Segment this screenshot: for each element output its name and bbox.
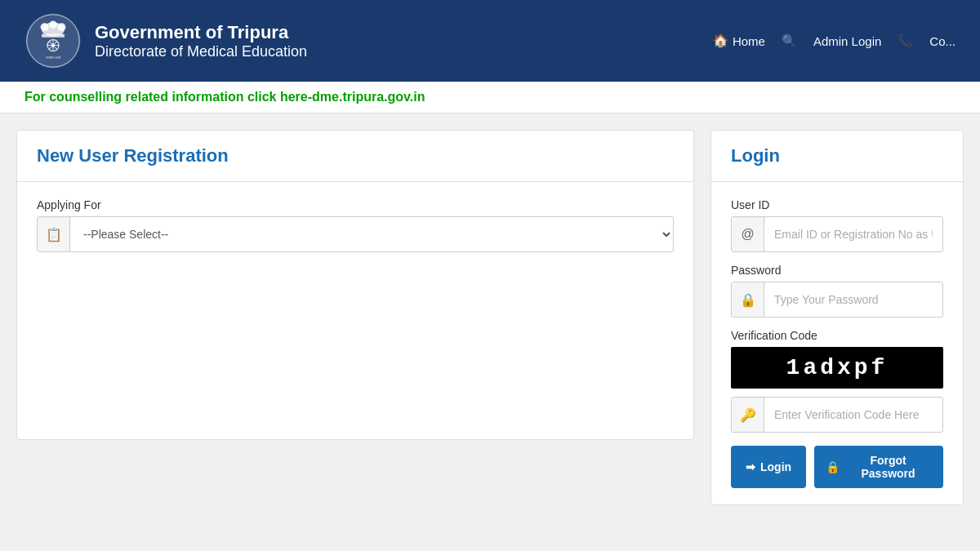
applying-for-input-group: 📋 --Please Select-- MBBS BDS MD/MS MDS D…	[37, 216, 674, 252]
header-text-block: Government of Tripura Directorate of Med…	[95, 22, 307, 60]
applying-for-label: Applying For	[37, 198, 674, 211]
verification-label: Verification Code	[731, 329, 943, 342]
svg-point-3	[41, 23, 49, 31]
at-icon: @	[732, 217, 764, 251]
contact-nav-link[interactable]: Co...	[929, 34, 956, 48]
login-button[interactable]: ➡ Login	[731, 446, 806, 488]
password-input[interactable]	[764, 285, 942, 314]
svg-point-4	[49, 21, 57, 29]
applying-for-select[interactable]: --Please Select-- MBBS BDS MD/MS MDS Dip…	[70, 219, 673, 250]
registration-panel: New User Registration Applying For 📋 --P…	[16, 130, 694, 440]
verification-group: Verification Code 1adxpf 🔑	[731, 329, 943, 433]
counselling-banner: For counselling related information clic…	[0, 82, 980, 113]
registration-title: New User Registration	[37, 145, 674, 167]
password-group: Password 🔒	[731, 264, 943, 318]
verification-input-group: 🔑	[731, 397, 943, 433]
applying-for-group: Applying For 📋 --Please Select-- MBBS BD…	[37, 198, 674, 252]
user-id-input-group: @	[731, 216, 943, 252]
login-panel: Login User ID @ Password 🔒 V	[710, 130, 964, 505]
key-icon: 🔑	[732, 398, 764, 432]
home-icon: 🏠	[713, 33, 728, 48]
password-label: Password	[731, 264, 943, 277]
document-icon: 📋	[38, 217, 70, 251]
captcha-image: 1adxpf	[731, 347, 943, 389]
lock-icon: 🔒	[732, 282, 764, 317]
nav-sep-1: 🔍	[782, 33, 797, 48]
login-button-row: ➡ Login 🔒 Forgot Password	[731, 446, 943, 488]
site-header: सत्यमेव जयते Government of Tripura Direc…	[0, 0, 980, 82]
password-input-group: 🔒	[731, 282, 943, 318]
header-branding: सत्यमेव जयते Government of Tripura Direc…	[24, 12, 307, 69]
svg-rect-6	[42, 34, 65, 38]
admin-login-nav-link[interactable]: Admin Login	[813, 34, 881, 48]
dept-name: Directorate of Medical Education	[95, 43, 307, 60]
emblem-icon: सत्यमेव जयते	[24, 12, 82, 69]
signin-icon: ➡	[746, 460, 755, 473]
admin-login-label: Admin Login	[813, 34, 881, 48]
login-panel-body: User ID @ Password 🔒 Verification Code 1…	[711, 182, 963, 504]
login-title: Login	[731, 145, 943, 167]
org-name: Government of Tripura	[95, 22, 307, 43]
home-nav-link[interactable]: 🏠 Home	[713, 33, 765, 48]
user-id-group: User ID @	[731, 198, 943, 252]
main-content: New User Registration Applying For 📋 --P…	[0, 113, 980, 522]
registration-panel-header: New User Registration	[17, 131, 693, 182]
nav-sep-2: 📞	[898, 33, 913, 48]
forgot-password-button[interactable]: 🔒 Forgot Password	[814, 446, 943, 488]
registration-panel-body: Applying For 📋 --Please Select-- MBBS BD…	[17, 182, 693, 282]
user-id-label: User ID	[731, 198, 943, 211]
forgot-lock-icon: 🔒	[826, 460, 840, 473]
counselling-link[interactable]: For counselling related information clic…	[24, 90, 425, 104]
user-id-input[interactable]	[764, 220, 942, 249]
svg-text:सत्यमेव जयते: सत्यमेव जयते	[45, 56, 61, 60]
verification-input[interactable]	[764, 400, 942, 429]
main-nav: 🏠 Home 🔍 Admin Login 📞 Co...	[713, 33, 956, 48]
login-panel-header: Login	[711, 131, 963, 182]
svg-point-5	[58, 23, 66, 31]
